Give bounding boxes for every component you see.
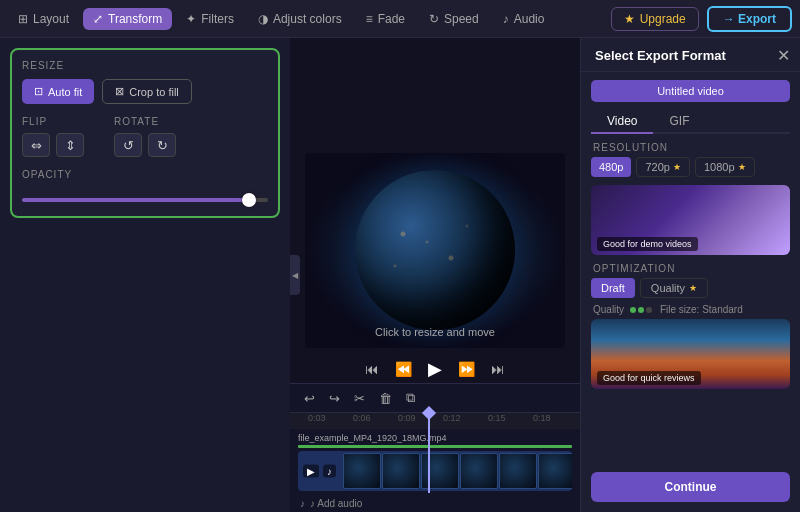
upgrade-button[interactable]: ★ Upgrade: [611, 7, 699, 31]
rotate-cw-button[interactable]: ↻: [148, 133, 176, 157]
click-to-resize-label: Click to resize and move: [375, 326, 495, 338]
continue-button[interactable]: Continue: [591, 472, 790, 502]
resolution-buttons: 480p 720p ★ 1080p ★: [581, 157, 800, 185]
opacity-section: OPACITY: [22, 169, 268, 206]
flip-buttons: ⇔ ⇕: [22, 133, 84, 157]
dot-1: [630, 307, 636, 313]
play-button[interactable]: ▶: [426, 356, 444, 382]
track-thumb-4: [499, 453, 537, 489]
video-track[interactable]: ▶ ♪: [298, 451, 572, 491]
tab-transform[interactable]: ⤢ Transform: [83, 8, 172, 30]
auto-fit-button[interactable]: ⊡ Auto fit: [22, 79, 94, 104]
track-label: file_example_MP4_1920_18MG.mp4: [298, 433, 572, 443]
res-1080p-star: ★: [738, 162, 746, 172]
res-720p-star: ★: [673, 162, 681, 172]
opacity-slider[interactable]: [22, 198, 268, 202]
tab-fade[interactable]: ≡ Fade: [356, 8, 415, 30]
res-1080p-button[interactable]: 1080p ★: [695, 157, 755, 177]
duplicate-button[interactable]: ⧉: [402, 388, 419, 408]
track-play-button[interactable]: ▶: [303, 465, 319, 478]
rotate-buttons: ↺ ↻: [114, 133, 176, 157]
opt-quality-button[interactable]: Quality ★: [640, 278, 708, 298]
prev-frame-button[interactable]: ⏪: [393, 359, 414, 379]
track-mute-button[interactable]: ♪: [323, 465, 336, 478]
quality-star-icon: ★: [689, 283, 697, 293]
add-audio-button[interactable]: ♪ ♪ Add audio: [290, 495, 580, 512]
delete-button[interactable]: 🗑: [375, 389, 396, 408]
video-preview[interactable]: Click to resize and move: [305, 153, 565, 348]
resize-buttons: ⊡ Auto fit ⊠ Crop to fill: [22, 79, 268, 104]
music-icon: ♪: [300, 498, 305, 509]
rotate-label: ROTATE: [114, 116, 176, 127]
format-tabs: Video GIF: [591, 110, 790, 134]
track-thumb-2: [421, 453, 459, 489]
crop-to-fill-button[interactable]: ⊠ Crop to fill: [102, 79, 192, 104]
crop-icon: ⊠: [115, 85, 124, 98]
preview2-label: Good for quick reviews: [597, 371, 701, 385]
dot-2: [638, 307, 644, 313]
earth-lights: [355, 170, 515, 330]
rotate-ccw-button[interactable]: ↺: [114, 133, 142, 157]
dot-3: [646, 307, 652, 313]
opt-draft-button[interactable]: Draft: [591, 278, 635, 298]
ruler-mark-0: 0:03: [308, 413, 326, 423]
nav-right: ★ Upgrade → Export: [611, 6, 792, 32]
optimization-tabs: Draft Quality ★: [581, 278, 800, 304]
transform-icon: ⤢: [93, 12, 103, 26]
skip-fwd-button[interactable]: ⏭: [489, 359, 507, 379]
track-thumb-1: [382, 453, 420, 489]
flip-label: FLIP: [22, 116, 84, 127]
undo-button[interactable]: ↩: [300, 389, 319, 408]
next-frame-button[interactable]: ⏩: [456, 359, 477, 379]
audio-icon: ♪: [503, 12, 509, 26]
top-nav: ⊞ Layout ⤢ Transform ✦ Filters ◑ Adjust …: [0, 0, 800, 38]
fade-icon: ≡: [366, 12, 373, 26]
export-button[interactable]: → Export: [707, 6, 792, 32]
format-tab-gif[interactable]: GIF: [653, 110, 705, 134]
tab-audio[interactable]: ♪ Audio: [493, 8, 555, 30]
format-tab-video[interactable]: Video: [591, 110, 653, 134]
skip-back-button[interactable]: ⏮: [363, 359, 381, 379]
redo-button[interactable]: ↪: [325, 389, 344, 408]
tab-speed[interactable]: ↻ Speed: [419, 8, 489, 30]
quality-text: Quality: [593, 304, 652, 315]
ruler-mark-4: 0:15: [488, 413, 506, 423]
adjust-icon: ◑: [258, 12, 268, 26]
track-thumb-3: [460, 453, 498, 489]
opacity-label: OPACITY: [22, 169, 268, 180]
ruler-mark-5: 0:18: [533, 413, 551, 423]
resolution-label: Resolution: [581, 142, 800, 157]
collapse-tab[interactable]: ◀: [290, 255, 300, 295]
flip-rotate-row: FLIP ⇔ ⇕ ROTATE ↺ ↻: [22, 116, 268, 157]
ruler-mark-3: 0:12: [443, 413, 461, 423]
main-area: RESIZE ⊡ Auto fit ⊠ Crop to fill FLIP ⇔ …: [0, 38, 800, 512]
layout-icon: ⊞: [18, 12, 28, 26]
cut-button[interactable]: ✂: [350, 389, 369, 408]
tab-filters[interactable]: ✦ Filters: [176, 8, 244, 30]
res-480p-button[interactable]: 480p: [591, 157, 631, 177]
tab-adjust-colors[interactable]: ◑ Adjust colors: [248, 8, 352, 30]
resolution-preview: Good for demo videos: [591, 185, 790, 255]
thumb-wave-bg: Good for quick reviews: [591, 319, 790, 389]
track-controls: ▶ ♪: [303, 465, 336, 478]
star-icon: ★: [624, 12, 635, 26]
res-720p-button[interactable]: 720p ★: [636, 157, 689, 177]
ruler-mark-2: 0:09: [398, 413, 416, 423]
tab-layout[interactable]: ⊞ Layout: [8, 8, 79, 30]
ruler-mark-1: 0:06: [353, 413, 371, 423]
resize-label: RESIZE: [22, 60, 268, 71]
flip-vertical-button[interactable]: ⇕: [56, 133, 84, 157]
rotate-group: ROTATE ↺ ↻: [114, 116, 176, 157]
resize-box: RESIZE ⊡ Auto fit ⊠ Crop to fill FLIP ⇔ …: [10, 48, 280, 218]
earth-visual: [355, 170, 515, 330]
flip-horizontal-button[interactable]: ⇔: [22, 133, 50, 157]
optimization-preview: Good for quick reviews: [591, 319, 790, 389]
speed-icon: ↻: [429, 12, 439, 26]
export-filename[interactable]: Untitled video: [591, 80, 790, 102]
transform-panel: RESIZE ⊡ Auto fit ⊠ Crop to fill FLIP ⇔ …: [0, 38, 290, 512]
close-export-button[interactable]: ✕: [777, 46, 790, 65]
timeline-green-bar: [298, 445, 572, 448]
track-thumb-0: [343, 453, 381, 489]
quality-dots-group: [630, 307, 652, 313]
video-area: ◀ Click to resize and move ⏮ ⏪ ▶ ⏩ ⏭ 00:…: [290, 38, 580, 512]
